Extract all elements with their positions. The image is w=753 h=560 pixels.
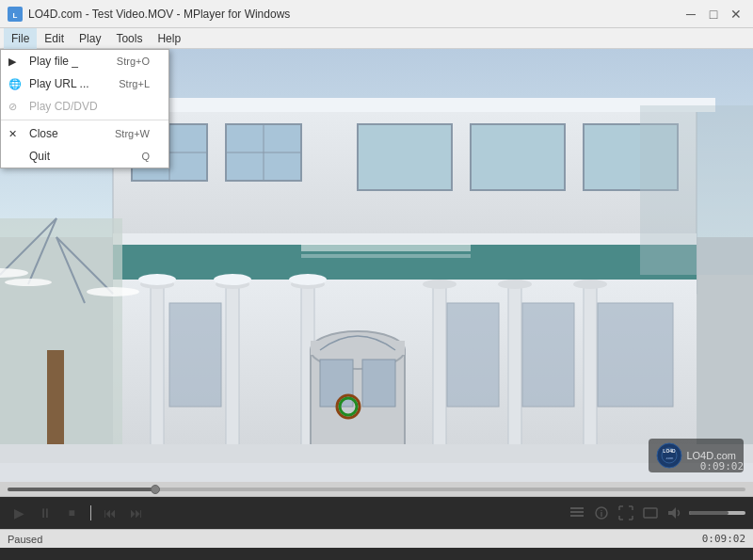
- play-file-label: Play file _: [29, 55, 78, 68]
- menu-edit[interactable]: Edit: [37, 28, 72, 49]
- svg-rect-43: [94, 98, 715, 112]
- quit-label: Quit: [29, 150, 50, 163]
- menu-close[interactable]: ✕ Close Strg+W: [1, 122, 168, 145]
- menu-separator-1: [1, 120, 168, 120]
- svg-rect-58: [0, 463, 753, 482]
- watermark-logo-icon: LO4D .com: [656, 442, 682, 469]
- svg-point-29: [423, 280, 457, 289]
- volume-button[interactable]: [665, 503, 685, 523]
- fullscreen-button[interactable]: [616, 503, 636, 523]
- svg-text:i: i: [601, 509, 603, 519]
- svg-point-31: [573, 280, 607, 289]
- progress-bar-container[interactable]: [0, 482, 753, 497]
- svg-rect-41: [522, 303, 574, 407]
- svg-point-30: [498, 280, 532, 289]
- info-button[interactable]: i: [591, 503, 612, 523]
- play-cd-icon: ⊘: [8, 101, 17, 113]
- menu-bar: File Edit Play Tools Help ▶ Play file _ …: [0, 28, 753, 49]
- svg-rect-64: [570, 511, 584, 513]
- svg-rect-17: [301, 244, 471, 251]
- status-bar: Paused 0:09:02: [0, 529, 753, 548]
- progress-thumb[interactable]: [151, 485, 160, 494]
- play-file-shortcut: Strg+O: [117, 56, 150, 67]
- menu-help[interactable]: Help: [150, 28, 188, 49]
- video-time-overlay: 0:09:02: [700, 460, 744, 472]
- progress-track: [8, 488, 745, 491]
- app-icon: L: [8, 7, 23, 22]
- svg-rect-39: [169, 303, 221, 407]
- window-title: LO4D.com - Test Video.MOV - MPlayer for …: [28, 8, 290, 21]
- play-file-icon: ▶: [8, 56, 16, 68]
- status-time: 0:09:02: [702, 533, 745, 545]
- svg-point-44: [138, 274, 176, 285]
- file-dropdown-menu: ▶ Play file _ Strg+O 🌐 Play URL ... Strg…: [0, 49, 169, 168]
- menu-play[interactable]: Play: [72, 28, 108, 49]
- play-url-icon: 🌐: [8, 78, 22, 90]
- prev-button[interactable]: ⏮: [99, 502, 121, 524]
- controls-separator-1: [90, 505, 91, 520]
- volume-control[interactable]: [689, 511, 745, 515]
- menu-tools[interactable]: Tools: [108, 28, 150, 49]
- maximize-button[interactable]: □: [704, 5, 723, 24]
- svg-rect-56: [640, 105, 753, 275]
- svg-text:LO4D: LO4D: [664, 448, 677, 454]
- svg-point-55: [87, 287, 139, 296]
- aspect-ratio-button[interactable]: [640, 503, 661, 523]
- menu-play-url[interactable]: 🌐 Play URL ... Strg+L: [1, 72, 168, 95]
- svg-rect-9: [471, 124, 565, 190]
- play-cd-label: Play CD/DVD: [29, 100, 98, 113]
- menu-play-file[interactable]: ▶ Play file _ Strg+O: [1, 50, 168, 72]
- svg-text:L: L: [13, 11, 18, 20]
- svg-rect-68: [644, 508, 657, 518]
- playback-controls: ▶ ⏸ ■ ⏮ ⏭ i: [0, 497, 753, 529]
- title-bar-left: L LO4D.com - Test Video.MOV - MPlayer fo…: [8, 7, 290, 22]
- svg-rect-36: [362, 360, 395, 407]
- svg-rect-63: [570, 507, 584, 509]
- minimize-button[interactable]: ─: [681, 5, 700, 24]
- playlist-button[interactable]: [567, 503, 587, 523]
- svg-rect-40: [447, 303, 499, 407]
- title-bar-controls: ─ □ ✕: [681, 5, 745, 24]
- pause-button[interactable]: ⏸: [34, 502, 56, 524]
- svg-rect-16: [113, 233, 697, 245]
- svg-rect-8: [358, 124, 452, 190]
- progress-fill: [8, 488, 155, 491]
- close-label: Close: [29, 127, 58, 140]
- close-icon: ✕: [8, 128, 17, 140]
- right-controls: i: [567, 503, 745, 523]
- next-button[interactable]: ⏭: [125, 502, 148, 524]
- play-url-label: Play URL ...: [29, 77, 89, 90]
- play-url-shortcut: Strg+L: [119, 78, 150, 89]
- close-button[interactable]: ✕: [727, 5, 745, 24]
- svg-point-45: [214, 274, 251, 285]
- svg-point-54: [5, 279, 52, 286]
- close-shortcut: Strg+W: [115, 128, 150, 139]
- menu-play-cd: ⊘ Play CD/DVD: [1, 95, 168, 118]
- status-text: Paused: [8, 534, 42, 545]
- volume-fill: [689, 511, 729, 515]
- quit-shortcut: Q: [141, 151, 150, 162]
- title-bar: L LO4D.com - Test Video.MOV - MPlayer fo…: [0, 0, 753, 28]
- menu-file[interactable]: File: [4, 28, 37, 49]
- svg-marker-69: [668, 507, 676, 519]
- svg-rect-42: [598, 303, 673, 407]
- svg-point-46: [289, 274, 327, 285]
- svg-text:.com: .com: [665, 456, 674, 460]
- play-button[interactable]: ▶: [8, 502, 30, 524]
- svg-rect-65: [570, 515, 584, 517]
- volume-track: [689, 511, 745, 515]
- menu-quit[interactable]: Quit Q: [1, 145, 168, 168]
- stop-button[interactable]: ■: [60, 502, 83, 524]
- svg-rect-18: [301, 254, 471, 258]
- svg-rect-34: [311, 341, 405, 355]
